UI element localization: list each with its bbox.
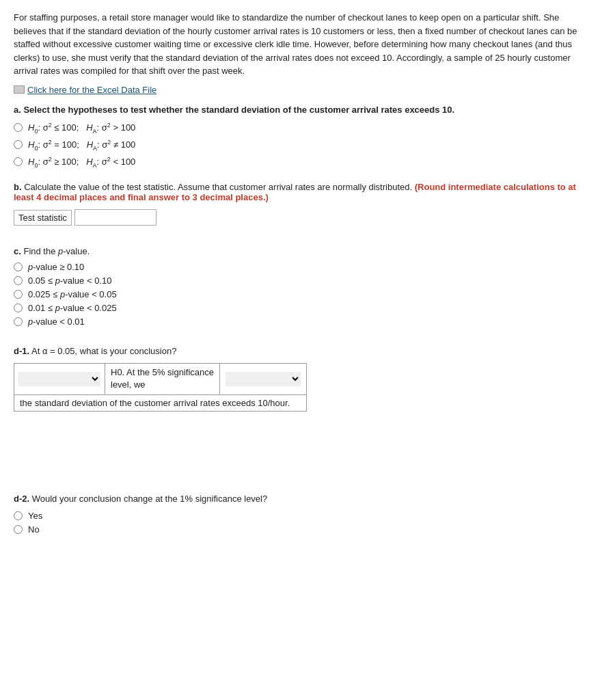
conclusion-table: Reject Do not reject H0. At the 5% signi…	[14, 363, 307, 411]
hypothesis-radio-1[interactable]	[14, 123, 23, 132]
pvalue-option-1[interactable]: p-value ≥ 0.10	[14, 262, 586, 272]
section-a: a. Select the hypotheses to test whether…	[14, 105, 586, 169]
test-stat-input[interactable]	[74, 209, 156, 226]
section-a-label: a. Select the hypotheses to test whether…	[14, 105, 586, 115]
pvalue-label-2: 0.05 ≤ p-value < 0.10	[28, 275, 111, 286]
hypothesis-label-3: H0: σ2 ≥ 100; HA: σ2 < 100	[28, 155, 135, 168]
section-b: b. Calculate the value of the test stati…	[14, 182, 586, 226]
picture-icon	[14, 85, 25, 94]
yes-radio[interactable]	[14, 511, 23, 520]
pvalue-radio-2[interactable]	[14, 276, 23, 285]
pvalue-radio-1[interactable]	[14, 262, 23, 271]
conclude-action-select[interactable]: conclude cannot conclude	[226, 372, 301, 386]
test-statistic-row: Test statistic	[14, 209, 586, 226]
test-stat-label: Test statistic	[14, 210, 72, 226]
pvalue-label-4: 0.01 ≤ p-value < 0.025	[28, 303, 117, 313]
section-d2-label: d-2. Would your conclusion change at the…	[14, 494, 586, 504]
hypothesis-label-1: H0: σ2 ≤ 100; HA: σ2 > 100	[28, 122, 135, 135]
h0-action-select[interactable]: Reject Do not reject	[18, 372, 100, 386]
section-b-instruction: b. Calculate the value of the test stati…	[14, 182, 586, 202]
pvalue-option-5[interactable]: p-value < 0.01	[14, 317, 586, 327]
conclude-cell[interactable]: conclude cannot conclude	[220, 364, 307, 394]
section-d1: d-1. At α = 0.05, what is your conclusio…	[14, 346, 586, 411]
h0-text-cell: H0. At the 5% significancelevel, we	[105, 364, 220, 394]
no-label: No	[28, 524, 40, 535]
dropdown-cell[interactable]: Reject Do not reject	[14, 364, 105, 394]
excel-data-link[interactable]: Click here for the Excel Data File	[14, 85, 586, 95]
hypothesis-radio-3[interactable]	[14, 157, 23, 166]
no-option[interactable]: No	[14, 524, 586, 535]
pvalue-radio-4[interactable]	[14, 304, 23, 312]
pvalue-label-1: p-value ≥ 0.10	[28, 262, 84, 272]
pvalue-label-3: 0.025 ≤ p-value < 0.05	[28, 289, 117, 299]
section-c: c. Find the p-value. p-value ≥ 0.10 0.05…	[14, 246, 586, 327]
section-d1-label: d-1. At α = 0.05, what is your conclusio…	[14, 346, 586, 356]
hypothesis-option-3[interactable]: H0: σ2 ≥ 100; HA: σ2 < 100	[14, 155, 586, 168]
yes-option[interactable]: Yes	[14, 511, 586, 521]
pvalue-option-2[interactable]: 0.05 ≤ p-value < 0.10	[14, 275, 586, 286]
section-c-label: c. Find the p-value.	[14, 246, 586, 256]
yes-label: Yes	[28, 511, 42, 521]
section-b-note: (Round intermediate calculations to at l…	[14, 182, 576, 202]
section-d2: d-2. Would your conclusion change at the…	[14, 494, 586, 535]
hypothesis-radio-2[interactable]	[14, 140, 23, 149]
excel-link-text: Click here for the Excel Data File	[27, 85, 156, 95]
pvalue-radio-5[interactable]	[14, 317, 23, 326]
hypothesis-option-2[interactable]: H0: σ2 = 100; HA: σ2 ≠ 100	[14, 138, 586, 151]
pvalue-option-4[interactable]: 0.01 ≤ p-value < 0.025	[14, 303, 586, 313]
pvalue-radio-3[interactable]	[14, 290, 23, 299]
hypothesis-label-2: H0: σ2 = 100; HA: σ2 ≠ 100	[28, 138, 135, 151]
no-radio[interactable]	[14, 525, 23, 534]
pvalue-label-5: p-value < 0.01	[28, 317, 85, 327]
pvalue-option-3[interactable]: 0.025 ≤ p-value < 0.05	[14, 289, 586, 299]
conclusion-bottom-row: the standard deviation of the customer a…	[14, 394, 307, 411]
conclusion-top-row: Reject Do not reject H0. At the 5% signi…	[14, 364, 307, 394]
intro-text: For staffing purposes, a retail store ma…	[14, 11, 586, 78]
hypothesis-option-1[interactable]: H0: σ2 ≤ 100; HA: σ2 > 100	[14, 122, 586, 135]
conclusion-full-text: the standard deviation of the customer a…	[14, 394, 307, 411]
